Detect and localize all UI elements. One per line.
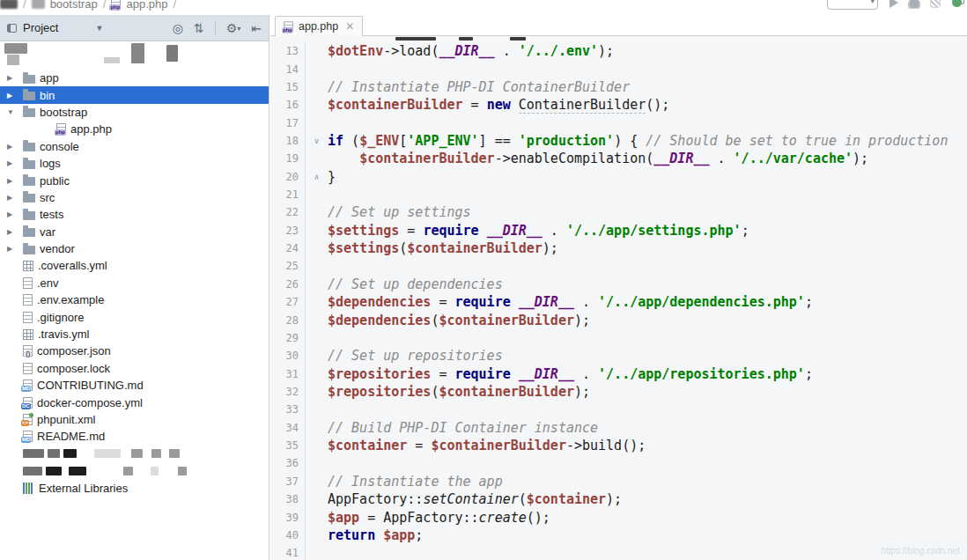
line-number[interactable]: 19 — [270, 150, 306, 167]
line-number[interactable]: 30 — [270, 347, 306, 365]
line-number[interactable]: 21 — [270, 186, 306, 203]
code-line-18[interactable]: 18∨if ($_ENV['APP_ENV'] == 'production')… — [270, 132, 967, 150]
tree-item-contributing-md[interactable]: MDCONTRIBUTING.md — [0, 377, 269, 394]
code-line-38[interactable]: 38AppFactory::setContainer($container); — [270, 490, 967, 508]
collapse-icon[interactable]: ▼ — [7, 108, 23, 116]
breadcrumb-item-bootstrap[interactable]: bootstrap — [50, 0, 98, 11]
locate-icon[interactable]: ◎ — [173, 22, 183, 34]
code-line-29[interactable]: 29 — [270, 329, 967, 347]
tree-item-app-php[interactable]: phpapp.php — [0, 121, 269, 137]
line-number[interactable]: 20 — [270, 168, 306, 186]
line-number[interactable]: 14 — [270, 60, 306, 77]
code-line-16[interactable]: 16$containerBuilder = new ContainerBuild… — [270, 96, 967, 114]
debug-icon[interactable] — [910, 0, 919, 8]
expand-icon[interactable]: ▶ — [7, 159, 23, 167]
line-number[interactable]: 24 — [270, 239, 306, 257]
close-icon[interactable]: ✕ — [345, 20, 354, 33]
line-number[interactable]: 40 — [270, 527, 306, 544]
code-line-13[interactable]: 13$dotEnv->load(__DIR__ . '/../.env'); — [270, 42, 967, 60]
expand-icon[interactable]: ▶ — [7, 74, 23, 82]
expand-icon[interactable]: ▶ — [7, 245, 23, 253]
tree-item-gitignore[interactable]: .gitignore — [0, 308, 269, 325]
line-number[interactable]: 33 — [270, 401, 306, 418]
line-number[interactable]: 13 — [270, 42, 306, 60]
expand-icon[interactable]: ▶ — [7, 143, 23, 151]
code-line-39[interactable]: 39$app = AppFactory::create(); — [270, 508, 967, 526]
code-line-30[interactable]: 30// Set up repositories — [270, 347, 967, 365]
code-line-31[interactable]: 31$repositories = require __DIR__ . '/..… — [270, 365, 967, 382]
line-number[interactable]: 25 — [270, 257, 306, 275]
line-number[interactable]: 41 — [270, 544, 306, 560]
tree-item-env[interactable]: .env — [0, 275, 269, 291]
line-number[interactable]: 34 — [270, 419, 306, 437]
tree-item-console[interactable]: ▶console — [0, 138, 269, 155]
tree-item-bin[interactable]: ▶bin — [0, 86, 269, 103]
code-line-23[interactable]: 23$settings = require __DIR__ . '/../app… — [270, 222, 967, 239]
hide-panel-icon[interactable]: ⇤ — [251, 22, 262, 34]
line-number[interactable]: 26 — [270, 276, 306, 293]
tree-item-logs[interactable]: ▶logs — [0, 155, 269, 172]
tree-item-docker-compose-yml[interactable]: DCdocker-compose.yml — [0, 394, 269, 410]
code-line-24[interactable]: 24$settings($containerBuilder); — [270, 239, 967, 257]
expand-icon[interactable]: ▶ — [7, 210, 23, 218]
line-number[interactable]: 17 — [270, 114, 306, 131]
code-line-32[interactable]: 32$repositories($containerBuilder); — [270, 383, 967, 401]
line-number[interactable]: 32 — [270, 383, 306, 401]
tree-item-public[interactable]: ▶public — [0, 172, 269, 188]
tree-item-app[interactable]: ▶app — [0, 70, 269, 86]
run-icon[interactable] — [889, 0, 898, 8]
line-number[interactable]: 23 — [270, 222, 306, 239]
code-line-28[interactable]: 28$dependencies($containerBuilder); — [270, 311, 967, 328]
breadcrumb-item-app-php[interactable]: app.php — [126, 0, 167, 11]
tree-item-external-libraries[interactable]: External Libraries — [0, 479, 269, 496]
code-line-33[interactable]: 33 — [270, 401, 967, 418]
code-line-20[interactable]: 20∧} — [270, 168, 967, 186]
line-number[interactable]: 16 — [270, 96, 306, 114]
line-number[interactable]: 31 — [270, 365, 306, 382]
code-line-15[interactable]: 15// Instantiate PHP-DI ContainerBuilder — [270, 78, 967, 96]
tree-item-composer-json[interactable]: {}composer.json — [0, 343, 269, 359]
line-number[interactable]: 28 — [270, 311, 306, 328]
tree-item-readme-md[interactable]: MDREADME.md — [0, 428, 269, 445]
line-number[interactable]: 37 — [270, 473, 306, 490]
code-line-41[interactable]: 41 — [270, 544, 967, 560]
code-line-25[interactable]: 25 — [270, 257, 967, 275]
tree-item-redacted[interactable] — [0, 446, 269, 462]
code-line-35[interactable]: 35$container = $containerBuilder->build(… — [270, 437, 967, 454]
code-line-19[interactable]: 19 $containerBuilder->enableCompilation(… — [270, 150, 967, 167]
tree-item-src[interactable]: ▶src — [0, 189, 269, 206]
profiler-icon[interactable] — [952, 0, 962, 7]
line-number[interactable]: 38 — [270, 490, 306, 508]
line-number[interactable]: 39 — [270, 508, 306, 526]
line-number[interactable]: 22 — [270, 203, 306, 221]
code-line-22[interactable]: 22// Set up settings — [270, 203, 967, 221]
line-number[interactable]: 18 — [270, 132, 306, 150]
expand-icon[interactable]: ▶ — [7, 92, 23, 99]
line-number[interactable]: 29 — [270, 329, 306, 347]
code-line-27[interactable]: 27$dependencies = require __DIR__ . '/..… — [270, 293, 967, 311]
code-line-21[interactable]: 21 — [270, 186, 967, 203]
code-area[interactable]: 13$dotEnv->load(__DIR__ . '/../.env');14… — [270, 36, 967, 560]
tree-item-phpunit-xml[interactable]: <>phpunit.xml — [0, 411, 269, 428]
scroll-from-source-icon[interactable]: ⇅ — [194, 22, 204, 34]
tree-item-bootstrap[interactable]: ▼bootstrap — [0, 104, 269, 121]
fold-icon[interactable]: ∧ — [306, 173, 328, 181]
code-line-34[interactable]: 34// Build PHP-DI Container instance — [270, 419, 967, 437]
tree-item-coveralls-yml[interactable]: .coveralls.yml — [0, 257, 269, 274]
code-line-37[interactable]: 37// Instantiate the app — [270, 473, 967, 490]
tree-item-env-example[interactable]: .env.example — [0, 291, 269, 308]
code-line-26[interactable]: 26// Set up dependencies — [270, 276, 967, 293]
line-number[interactable]: 27 — [270, 293, 306, 311]
tree-item-vendor[interactable]: ▶vendor — [0, 240, 269, 257]
coverage-icon[interactable] — [930, 0, 941, 8]
run-configuration-select[interactable] — [827, 0, 878, 10]
expand-icon[interactable]: ▶ — [7, 228, 23, 236]
tree-item-tests[interactable]: ▶tests — [0, 206, 269, 223]
fold-icon[interactable]: ∨ — [306, 136, 328, 145]
line-number[interactable]: 36 — [270, 454, 306, 472]
tree-item-travis-yml[interactable]: .travis.yml — [0, 326, 269, 343]
line-number[interactable]: 15 — [270, 78, 306, 96]
tree-item-composer-lock[interactable]: composer.lock — [0, 360, 269, 377]
chevron-down-icon[interactable]: ▼ — [95, 24, 103, 33]
expand-icon[interactable]: ▶ — [7, 194, 23, 202]
